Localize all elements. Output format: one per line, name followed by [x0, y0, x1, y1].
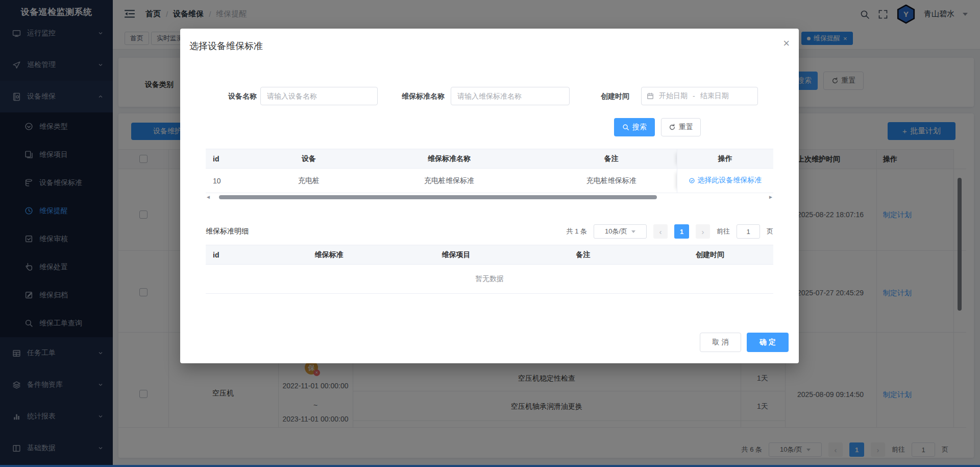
scroll-left-icon[interactable]: ◄: [206, 194, 211, 201]
cell-standard-name: 充电桩维保标准: [352, 169, 546, 193]
col-device: 设备: [265, 149, 352, 169]
col-standard-name: 维保标准名称: [352, 149, 546, 169]
dialog-footer: 取 消 确 定: [700, 333, 789, 352]
select-standard-link[interactable]: 选择此设备维保标准: [689, 176, 762, 185]
table-header-row: id 设备 维保标准名称 备注 操作: [206, 149, 773, 169]
link-circle-icon: [689, 177, 695, 184]
start-date-placeholder: 开始日期: [659, 91, 688, 101]
scroll-right-icon[interactable]: ►: [768, 194, 773, 201]
page-unit-label: 页: [767, 227, 773, 236]
modal-search-button[interactable]: 搜索: [614, 118, 655, 136]
button-label: 搜索: [632, 123, 647, 132]
standards-table: id 设备 维保标准名称 备注 操作 10 充电桩 充电桩维保标准 充电桩维保标…: [206, 149, 773, 193]
date-separator: -: [693, 92, 695, 100]
col-standard: 维保标准: [265, 245, 393, 265]
link-label: 选择此设备维保标准: [697, 176, 762, 185]
page-size-select[interactable]: 10条/页: [594, 224, 647, 239]
detail-title: 维保标准明细: [206, 227, 249, 236]
detail-table: id 维保标准 维保项目 备注 创建时间: [206, 245, 773, 265]
horizontal-scrollbar[interactable]: ◄ ►: [206, 194, 773, 201]
col-remark: 备注: [546, 149, 677, 169]
dialog-close-icon[interactable]: ×: [783, 38, 790, 49]
col-id: id: [206, 245, 265, 265]
empty-placeholder: 暂无数据: [206, 264, 773, 294]
select-standard-dialog: 选择设备维保标准 × 设备名称 维保标准名称 创建时间 开始日期 - 结束日期 …: [180, 29, 799, 363]
refresh-icon: [669, 124, 676, 131]
table-row[interactable]: 10 充电桩 充电桩维保标准 充电桩维保标准 选择此设备维保标准: [206, 169, 773, 193]
search-icon: [622, 124, 629, 131]
scrollbar-track[interactable]: [211, 194, 768, 201]
total-count: 共 1 条: [567, 227, 587, 236]
standard-name-input[interactable]: [451, 87, 570, 105]
current-page-button[interactable]: 1: [674, 224, 689, 239]
cell-id: 10: [206, 169, 265, 193]
create-time-range-picker[interactable]: 开始日期 - 结束日期: [641, 87, 758, 105]
app-root: 设备巡检监测系统 运行监控 巡检管理 设备维保 维保类型: [0, 0, 980, 467]
dialog-title: 选择设备维保标准: [189, 40, 263, 52]
page-size-value: 10条/页: [605, 227, 627, 236]
button-label: 重置: [679, 123, 693, 132]
col-create-time: 创建时间: [647, 245, 773, 265]
detail-section-header: 维保标准明细 共 1 条 10条/页 ‹ 1 › 前往 页: [206, 223, 773, 240]
standard-name-label: 维保标准名称: [383, 87, 445, 105]
table-header-row: id 维保标准 维保项目 备注 创建时间: [206, 245, 773, 265]
modal-pagination: 共 1 条 10条/页 ‹ 1 › 前往 页: [567, 224, 773, 239]
goto-page-input[interactable]: [737, 224, 760, 239]
create-time-label: 创建时间: [568, 87, 629, 105]
col-remark: 备注: [520, 245, 647, 265]
cell-device: 充电桩: [265, 169, 352, 193]
horizontal-scrollbar-thumb[interactable]: [219, 195, 657, 199]
calendar-icon: [647, 92, 654, 100]
modal-reset-button[interactable]: 重置: [661, 118, 701, 136]
col-action: 操作: [677, 149, 773, 169]
col-id: id: [206, 149, 265, 169]
col-project: 维保项目: [393, 245, 520, 265]
device-name-label: 设备名称: [195, 87, 257, 105]
confirm-button[interactable]: 确 定: [747, 333, 789, 352]
select-caret-icon: [631, 230, 635, 233]
cancel-button[interactable]: 取 消: [700, 333, 741, 352]
goto-label: 前往: [717, 227, 730, 236]
cell-remark: 充电桩维保标准: [546, 169, 677, 193]
next-page-button[interactable]: ›: [696, 224, 710, 239]
device-name-input[interactable]: [260, 87, 378, 105]
end-date-placeholder: 结束日期: [700, 91, 729, 101]
prev-page-button[interactable]: ‹: [653, 224, 668, 239]
